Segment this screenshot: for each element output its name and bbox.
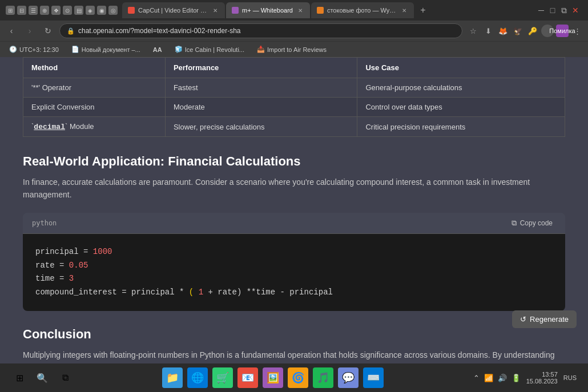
menu-button[interactable]: ⋮ [571,25,583,37]
search-taskbar-button[interactable]: 🔍 [34,370,50,386]
back-button[interactable]: ‹ [5,24,18,38]
browser-icon-7: ▤ [74,6,83,15]
table-row: `decimal` Module Slower, precise calcula… [23,117,565,137]
close-button[interactable]: ✕ [572,7,579,14]
taskbar: ⊞ 🔍 ⧉ 📁 🌐 🛒 📧 🖼️ 🌀 🎵 💬 ⌨️ ⌃ 📶 🔊 🔋 13:57 … [0,363,588,392]
address-text: chat.openai.com/?model=text-davinci-002-… [78,27,241,35]
tray-network-icon[interactable]: 📶 [484,374,493,382]
address-actions: ☆ ⬇ 🦊 🦅 🔑 Помилка ⋮ [467,25,583,37]
code-line-1: principal = 1000 [35,245,553,259]
extension-icon-2[interactable]: 🦊 [497,25,509,37]
code-line-4: compound_interest = principal * ( 1 + ra… [35,286,553,300]
address-input[interactable]: 🔒 chat.openai.com/?model=text-davinci-00… [59,23,462,38]
tab-close-capcut[interactable]: ✕ [211,6,219,14]
taskbar-app-spotify[interactable]: 🎵 [313,367,333,388]
tab-label-capcut: CapCut | Video Editor | All-In-O... [138,7,208,14]
taskbar-app-chrome[interactable]: 🌀 [288,367,308,388]
section-description: In finance, accurate calculations are pa… [23,176,565,201]
regenerate-icon: ↺ [520,315,526,324]
code-var-principal: principal [35,247,79,256]
restore-button[interactable]: ⧉ [561,7,567,14]
browser-icon-6: ⊙ [63,6,72,15]
refresh-button[interactable]: ↻ [41,24,55,38]
task-view-button[interactable]: ⧉ [57,370,73,386]
tab-close-stock[interactable]: ✕ [400,6,408,14]
code-op-4: = principal * [122,288,189,297]
table-cell-perf-1: Fastest [165,78,357,98]
extension-icon-1[interactable]: ⬇ [482,25,494,37]
code-block-wrapper: python ⧉ Copy code principal = 1000 rate [23,213,565,311]
code-line-3: time = 3 [35,272,553,286]
new-tab-button[interactable]: + [415,2,431,18]
browser-icon-2: ⊟ [17,6,26,15]
table-cell-use-2: Control over data types [357,98,565,117]
taskbar-app-teams[interactable]: 💬 [338,367,359,388]
bookmark-ice[interactable]: 🧊 Ice Cabin | Revoluti... [170,45,249,54]
profile-button[interactable]: Помилка [556,25,569,37]
browser-icon-4: ⊕ [40,6,49,15]
copy-icon: ⧉ [512,219,517,228]
tray-volume-icon[interactable]: 🔊 [498,374,507,382]
clock-date: 15.08.2023 [526,378,558,385]
comparison-table: Method Performance Use Case '**' Operato… [23,57,565,137]
table-cell-perf-3: Slower, precise calculations [165,117,357,137]
regenerate-button[interactable]: ↺ Regenerate [512,310,577,328]
taskbar-center: 📁 🌐 🛒 📧 🖼️ 🌀 🎵 💬 ⌨️ [162,367,384,388]
bookmark-ice-label: Ice Cabin | Revoluti... [185,46,244,53]
browser-icons-left: ⊞ ⊟ ☰ ⊕ ❖ ⊙ ▤ ◈ ◉ ◎ [2,3,121,17]
tab-label-whiteboard: m+ — Whiteboard [242,7,293,14]
bookmark-doc[interactable]: 📄 Новый документ –... [67,45,145,54]
code-op-2: = [59,261,69,270]
taskbar-app-mail[interactable]: 📧 [237,367,258,388]
code-var-rate: rate [35,261,55,270]
code-var-time: time [35,274,55,283]
minimize-button[interactable]: ─ [538,7,545,14]
bookmark-import-label: Import to Air Reviews [267,46,327,53]
table-cell-perf-2: Moderate [165,98,357,117]
code-num-1000: 1000 [93,247,112,256]
section-title: Real-World Application: Financial Calcul… [23,154,565,169]
code-var-compound: compound_interest [35,288,117,297]
tray-up-icon[interactable]: ⌃ [473,374,480,382]
browser-icon-8: ◈ [86,6,95,15]
table-cell-use-1: General-purpose calculations [357,78,565,98]
extension-icon-3[interactable]: 🦅 [512,25,524,37]
browser-icon-3: ☰ [29,6,38,15]
tab-close-whiteboard[interactable]: ✕ [296,6,304,14]
tab-favicon-stock [317,7,324,14]
copy-code-button[interactable]: ⧉ Copy code [508,217,556,229]
forward-button[interactable]: › [23,24,37,38]
table-row: '**' Operator Fastest General-purpose ca… [23,78,565,98]
bookmark-utc[interactable]: 🕐 UTC+3: 12:30 [5,45,63,54]
table-header-method: Method [23,58,166,78]
code-num-one: 1 [199,288,203,297]
maximize-button[interactable]: □ [549,7,556,14]
tab-capcut[interactable]: CapCut | Video Editor | All-In-O... ✕ [122,2,225,18]
taskbar-left: ⊞ 🔍 ⧉ [11,370,73,386]
tab-stock[interactable]: стоковые фото — Wyniki wysz... ✕ [311,2,414,18]
language-indicator[interactable]: RUS [563,374,577,381]
taskbar-app-edge[interactable]: 🌐 [187,367,208,388]
bookmark-import[interactable]: 📥 Import to Air Reviews [252,45,331,54]
code-op-6: **time - principal [247,288,333,297]
bookmark-aa[interactable]: АА [148,45,167,54]
taskbar-app-vscode[interactable]: ⌨️ [363,367,384,388]
tab-label-stock: стоковые фото — Wyniki wysz... [327,7,397,14]
decimal-code: decimal [34,123,65,131]
taskbar-app-photos[interactable]: 🖼️ [263,367,283,388]
start-button[interactable]: ⊞ [11,370,27,386]
browser-icon-10: ◎ [108,6,118,15]
browser-icon-9: ◉ [97,6,106,15]
bookmark-utc-icon: 🕐 [9,46,17,53]
code-op-5: + rate) [208,288,241,297]
bookmark-star-icon[interactable]: ☆ [467,25,480,37]
taskbar-app-store[interactable]: 🛒 [212,367,233,388]
code-block-header: python ⧉ Copy code [23,213,565,234]
conclusion-title: Conclusion [23,327,565,342]
tray-battery-icon[interactable]: 🔋 [512,374,521,382]
bookmark-ice-icon: 🧊 [175,46,183,53]
conclusion-text: Multiplying integers with floating-point… [23,349,565,363]
taskbar-app-files[interactable]: 📁 [162,367,183,388]
tab-whiteboard[interactable]: m+ — Whiteboard ✕ [226,2,310,18]
extension-icon-4[interactable]: 🔑 [526,25,539,37]
